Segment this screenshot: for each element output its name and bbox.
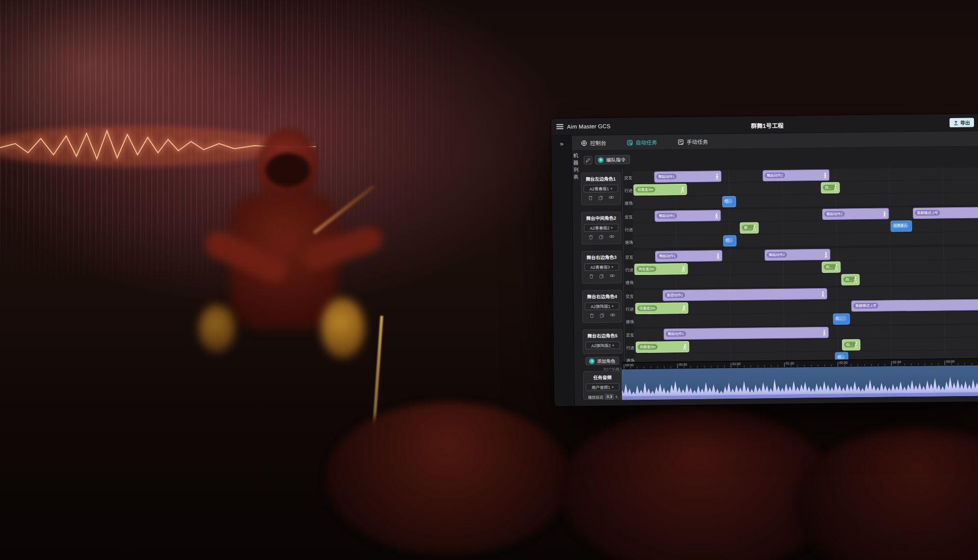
role-model-dropdown[interactable]: A2青春版3▾ bbox=[584, 263, 619, 271]
ruler-tick bbox=[871, 364, 872, 366]
bar-label: 径直走3m bbox=[637, 305, 657, 312]
delay-value[interactable]: 0.3 bbox=[605, 394, 614, 400]
timeline-bar[interactable]: 切换道具 bbox=[723, 235, 737, 246]
copy-icon[interactable] bbox=[598, 195, 603, 201]
plus-icon: + bbox=[598, 157, 604, 162]
delete-icon[interactable] bbox=[588, 195, 592, 201]
ruler-tick bbox=[791, 365, 792, 367]
person-icon bbox=[822, 329, 827, 337]
timeline-bar[interactable]: 原地舞 bbox=[740, 222, 758, 233]
ruler-time-label: 00:00 bbox=[625, 363, 633, 367]
timeline-bar[interactable]: 集群模式-2号 bbox=[913, 207, 978, 219]
bar-label: 舞蹈动作2 bbox=[767, 252, 787, 258]
menu-icon[interactable] bbox=[556, 124, 563, 130]
timeline-bar[interactable]: 舞蹈动作1 bbox=[655, 250, 722, 262]
tab-manual-tasks[interactable]: 手动任务 bbox=[677, 138, 708, 146]
upload-icon bbox=[954, 120, 958, 125]
ruler-tick bbox=[724, 366, 724, 368]
visibility-icon[interactable] bbox=[609, 235, 614, 239]
role-model-dropdown[interactable]: A2青春版1▾ bbox=[583, 185, 618, 193]
project-title: 群舞1号工程 bbox=[751, 121, 783, 130]
timeline-bar[interactable]: 向左走2m bbox=[634, 263, 688, 275]
bar-label: 向左走2m bbox=[636, 266, 656, 272]
bar-label: 舞蹈动作1 bbox=[656, 174, 676, 180]
ruler-time-label: 03:00 bbox=[946, 359, 954, 363]
machine-list-rail: » 机器列表 bbox=[551, 136, 575, 406]
ruler-tick bbox=[717, 366, 718, 368]
role-model-dropdown[interactable]: A2青春版2▾ bbox=[584, 224, 618, 232]
edit-button[interactable] bbox=[584, 156, 592, 164]
ruler-tick bbox=[623, 364, 624, 369]
timeline-bar[interactable]: 舞蹈动作2 bbox=[822, 208, 889, 219]
ruler-time-label: 01:00 bbox=[732, 362, 740, 366]
expand-rail-button[interactable]: » bbox=[551, 140, 572, 148]
timeline-bar[interactable]: 径直走3m bbox=[635, 302, 688, 314]
audio-waveform[interactable] bbox=[622, 365, 978, 400]
timeline-bar[interactable]: 向前走 bbox=[841, 274, 860, 285]
audio-source-value: 用户音频1 bbox=[591, 384, 610, 390]
timeline-bar[interactable]: 位置录入 bbox=[833, 313, 850, 324]
visibility-icon[interactable] bbox=[608, 195, 614, 200]
ruler-tick bbox=[925, 363, 925, 366]
copy-icon[interactable] bbox=[600, 313, 604, 318]
ruler-tick bbox=[670, 366, 671, 368]
copy-icon[interactable] bbox=[599, 274, 604, 279]
timeline-bar[interactable]: 向前走 bbox=[842, 339, 860, 350]
add-role-button[interactable]: + 添加角色 bbox=[585, 357, 619, 366]
role-model-dropdown[interactable]: A2旗阵版2▾ bbox=[585, 341, 620, 349]
track-label: 交互 bbox=[622, 214, 635, 219]
role-model-value: A2旗阵版2 bbox=[591, 343, 611, 348]
timeline-bar[interactable]: 舞蹈动作1 bbox=[654, 171, 721, 182]
timeline-bar[interactable]: 集群模式-1号 bbox=[851, 299, 978, 312]
ruler-tick bbox=[971, 363, 972, 365]
role-model-dropdown[interactable]: A2旗阵版1▾ bbox=[585, 302, 619, 311]
ruler-tick bbox=[931, 363, 932, 366]
timeline-bar[interactable]: 舞蹈动作1 bbox=[655, 210, 721, 221]
ruler-tick bbox=[677, 363, 677, 368]
timeline-bar[interactable]: 位置录入 bbox=[890, 220, 912, 232]
app-title: Aim Master GCS bbox=[567, 123, 610, 130]
timeline-bar[interactable]: 向前走 bbox=[821, 182, 839, 193]
walking-person-icon bbox=[681, 305, 686, 312]
role-model-value: A2旗阵版1 bbox=[591, 303, 610, 309]
timeline-bar[interactable]: 切换道具 bbox=[722, 196, 736, 207]
visibility-icon[interactable] bbox=[610, 313, 615, 317]
timeline-bar[interactable]: 径直走3m bbox=[633, 184, 687, 195]
delete-icon[interactable] bbox=[588, 235, 593, 240]
tab-console[interactable]: 控制台 bbox=[581, 139, 606, 147]
tab-auto-tasks[interactable]: 自动任务 bbox=[627, 138, 657, 147]
ruler-tick bbox=[944, 360, 945, 365]
formation-command-button[interactable]: + 编队指令 bbox=[595, 155, 630, 164]
export-button[interactable]: 导出 bbox=[949, 118, 974, 128]
timeline-bar[interactable]: 舞蹈动作2 bbox=[765, 249, 830, 261]
ruler-tick bbox=[697, 366, 698, 368]
delete-icon[interactable] bbox=[589, 313, 594, 318]
timeline-bar[interactable]: 向前走 bbox=[822, 262, 840, 273]
robot-visor bbox=[265, 153, 310, 187]
audio-source-dropdown[interactable]: 用户音频1 ▾ bbox=[586, 383, 619, 391]
timeline-bar[interactable]: 向前走5m bbox=[636, 341, 689, 353]
timeline-bar[interactable]: 舞蹈动作1 bbox=[664, 327, 829, 340]
tab-label: 自动任务 bbox=[636, 138, 657, 146]
copy-icon[interactable] bbox=[599, 235, 603, 240]
ruler-tick bbox=[958, 363, 959, 365]
ruler-tick bbox=[918, 363, 918, 366]
bar-label: 舞蹈动作2 bbox=[765, 173, 785, 179]
chevron-down-icon: ▾ bbox=[612, 385, 614, 389]
pencil-icon bbox=[586, 158, 590, 162]
bar-label: 位置录入 bbox=[892, 223, 908, 229]
visibility-icon[interactable] bbox=[609, 274, 615, 278]
gcs-window: Aim Master GCS 群舞1号工程 导出 » 机器列表 控制台 自动任务… bbox=[551, 114, 978, 406]
role-card: 舞台右边角色5A2旗阵版2▾ bbox=[583, 329, 623, 354]
walking-person-icon bbox=[853, 342, 858, 349]
ruler-tick bbox=[965, 363, 965, 365]
walking-person-icon bbox=[681, 266, 686, 273]
tab-label: 手动任务 bbox=[687, 138, 708, 146]
delete-icon[interactable] bbox=[589, 274, 593, 279]
role-name: 舞台中间角色2 bbox=[582, 214, 620, 221]
timeline-bar[interactable]: 集团动作1 bbox=[663, 288, 827, 301]
track-label: 行进 bbox=[622, 187, 635, 193]
track-label: 退场 bbox=[623, 319, 636, 324]
bar-label: 舞蹈动作1 bbox=[657, 213, 677, 219]
timeline-bar[interactable]: 舞蹈动作2 bbox=[763, 170, 829, 181]
